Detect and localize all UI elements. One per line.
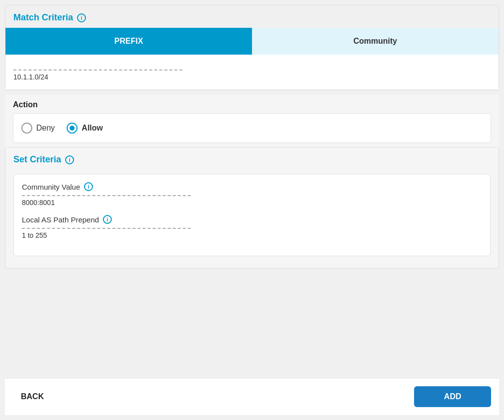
match-criteria-header: Match Criteria i — [5, 5, 499, 28]
tab-prefix[interactable]: PREFIX — [5, 28, 252, 55]
prefix-dashed-line — [13, 70, 182, 70]
deny-radio-circle[interactable] — [21, 123, 32, 134]
allow-radio-dot — [70, 126, 75, 131]
set-criteria-section: Set Criteria i Community Value i 8000:80… — [5, 147, 499, 269]
community-value-input-row: 8000:8001 — [22, 195, 482, 207]
allow-radio-circle[interactable] — [67, 123, 78, 134]
allow-option[interactable]: Allow — [67, 123, 103, 134]
match-criteria-info-icon[interactable]: i — [77, 13, 86, 22]
community-value-value: 8000:8001 — [22, 198, 55, 208]
deny-label: Deny — [36, 124, 55, 133]
action-card: Deny Allow — [13, 113, 491, 143]
set-criteria-card: Community Value i 8000:8001 Local AS Pat… — [13, 174, 491, 256]
action-section: Action Deny Allow — [5, 94, 499, 147]
match-criteria-title: Match Criteria — [13, 12, 73, 23]
add-button[interactable]: ADD — [414, 386, 491, 407]
set-criteria-header: Set Criteria i — [5, 147, 499, 170]
footer: BACK ADD — [5, 378, 499, 415]
local-as-label: Local AS Path Prepend — [22, 215, 99, 224]
match-criteria-tabs: PREFIX Community — [5, 28, 499, 55]
local-as-dashed-line — [22, 228, 191, 229]
local-as-label-row: Local AS Path Prepend i — [22, 215, 482, 224]
deny-option[interactable]: Deny — [21, 123, 55, 134]
community-value-label-row: Community Value i — [22, 182, 482, 191]
local-as-info-icon[interactable]: i — [103, 215, 112, 224]
back-button[interactable]: BACK — [13, 388, 52, 405]
prefix-value: 10.1.1.0/24 — [13, 72, 48, 82]
tab-community[interactable]: Community — [252, 28, 499, 55]
community-value-label: Community Value — [22, 183, 80, 191]
radio-group: Deny Allow — [21, 123, 103, 134]
allow-label: Allow — [82, 124, 103, 133]
action-title: Action — [13, 100, 491, 109]
local-as-value: 1 to 255 — [22, 230, 47, 240]
local-as-input-row: 1 to 255 — [22, 228, 482, 240]
prefix-section: 10.1.1.0/24 — [5, 55, 499, 90]
set-criteria-content: Community Value i 8000:8001 Local AS Pat… — [5, 170, 499, 268]
set-criteria-info-icon[interactable]: i — [65, 155, 74, 164]
community-value-dashed-line — [22, 195, 191, 196]
set-criteria-title: Set Criteria — [13, 154, 61, 165]
community-value-info-icon[interactable]: i — [84, 182, 93, 191]
